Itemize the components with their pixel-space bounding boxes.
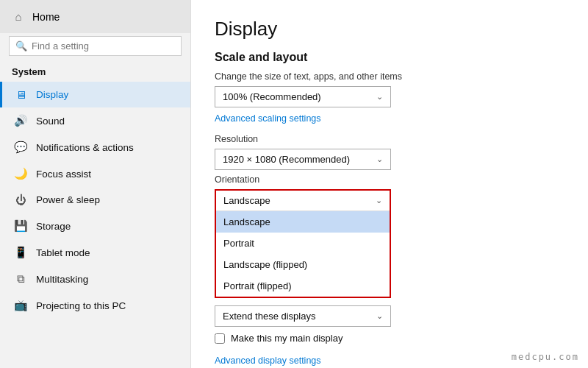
sidebar-label-sound: Sound [36, 116, 65, 127]
orientation-option-landscape[interactable]: Landscape [216, 211, 390, 233]
orientation-selected-value: Landscape [223, 195, 270, 206]
orientation-section: Orientation Landscape ⌄ Landscape Portra… [215, 174, 564, 298]
projecting-icon: 📺 [14, 299, 27, 312]
sidebar-label-focus: Focus assist [36, 169, 91, 180]
main-display-row: Make this my main display [215, 333, 564, 344]
storage-icon: 💾 [14, 219, 27, 233]
resolution-dropdown-chevron: ⌄ [376, 155, 383, 164]
sidebar-label-notifications: Notifications & actions [36, 142, 134, 153]
notifications-icon: 💬 [14, 141, 27, 154]
sidebar-item-tablet[interactable]: 📱 Tablet mode [0, 239, 190, 266]
orientation-label: Orientation [215, 174, 564, 185]
sidebar-item-power[interactable]: ⏻ Power & sleep [0, 187, 190, 213]
main-content: Display Scale and layout Change the size… [191, 0, 588, 368]
search-icon: 🔍 [15, 40, 27, 52]
watermark: medcpu.com [512, 352, 579, 362]
multiple-displays-value: Extend these displays [223, 311, 315, 322]
orientation-option-portrait-flipped[interactable]: Portrait (flipped) [216, 275, 390, 297]
sidebar-item-storage[interactable]: 💾 Storage [0, 213, 190, 239]
orientation-options-list: Landscape Portrait Landscape (flipped) P… [216, 211, 390, 297]
resolution-dropdown-value: 1920 × 1080 (Recommended) [223, 154, 350, 165]
sidebar-label-multitasking: Multitasking [36, 274, 88, 285]
scale-section-title: Scale and layout [215, 51, 564, 64]
sidebar-home-button[interactable]: ⌂ Home [0, 0, 190, 33]
page-title: Display [215, 18, 564, 40]
sidebar-label-display: Display [36, 89, 68, 100]
orientation-dropdown[interactable]: Landscape ⌄ Landscape Portrait Landscape… [215, 189, 391, 298]
orientation-option-landscape-flipped[interactable]: Landscape (flipped) [216, 254, 390, 275]
orientation-option-portrait[interactable]: Portrait [216, 233, 390, 254]
search-box[interactable]: 🔍 [9, 36, 182, 56]
home-icon: ⌂ [12, 10, 25, 23]
sidebar-item-notifications[interactable]: 💬 Notifications & actions [0, 134, 190, 160]
sidebar-item-focus[interactable]: 🌙 Focus assist [0, 160, 190, 187]
scale-description: Change the size of text, apps, and other… [215, 71, 564, 82]
sidebar-label-projecting: Projecting to this PC [36, 300, 126, 311]
sidebar: ⌂ Home 🔍 System 🖥 Display 🔊 Sound 💬 Noti… [0, 0, 191, 368]
search-input[interactable] [32, 40, 175, 52]
orientation-dropdown-chevron: ⌄ [376, 196, 382, 205]
multiple-displays-chevron: ⌄ [376, 311, 383, 321]
sidebar-item-display[interactable]: 🖥 Display [0, 82, 190, 107]
scale-dropdown[interactable]: 100% (Recommended) ⌄ [215, 86, 391, 107]
sidebar-label-power: Power & sleep [36, 194, 100, 205]
sidebar-home-label: Home [32, 11, 60, 23]
sidebar-item-multitasking[interactable]: ⧉ Multitasking [0, 266, 190, 292]
power-icon: ⏻ [14, 194, 27, 206]
scale-dropdown-chevron: ⌄ [376, 92, 383, 102]
sidebar-label-tablet: Tablet mode [36, 247, 90, 258]
resolution-label: Resolution [215, 134, 564, 144]
resolution-dropdown[interactable]: 1920 × 1080 (Recommended) ⌄ [215, 149, 391, 170]
advanced-display-link[interactable]: Advanced display settings [215, 355, 321, 366]
tablet-icon: 📱 [14, 246, 27, 259]
display-icon: 🖥 [14, 88, 27, 101]
advanced-scaling-link[interactable]: Advanced scaling settings [215, 113, 321, 124]
sound-icon: 🔊 [14, 114, 27, 127]
orientation-dropdown-header[interactable]: Landscape ⌄ [216, 191, 390, 211]
multitasking-icon: ⧉ [14, 272, 27, 286]
main-display-checkbox[interactable] [215, 333, 225, 344]
main-display-label: Make this my main display [231, 333, 343, 344]
sidebar-section-title: System [0, 63, 190, 82]
focus-icon: 🌙 [14, 167, 27, 180]
sidebar-item-projecting[interactable]: 📺 Projecting to this PC [0, 292, 190, 319]
multiple-displays-dropdown[interactable]: Extend these displays ⌄ [215, 305, 391, 327]
scale-dropdown-value: 100% (Recommended) [223, 91, 321, 102]
sidebar-label-storage: Storage [36, 221, 71, 232]
sidebar-item-sound[interactable]: 🔊 Sound [0, 107, 190, 134]
